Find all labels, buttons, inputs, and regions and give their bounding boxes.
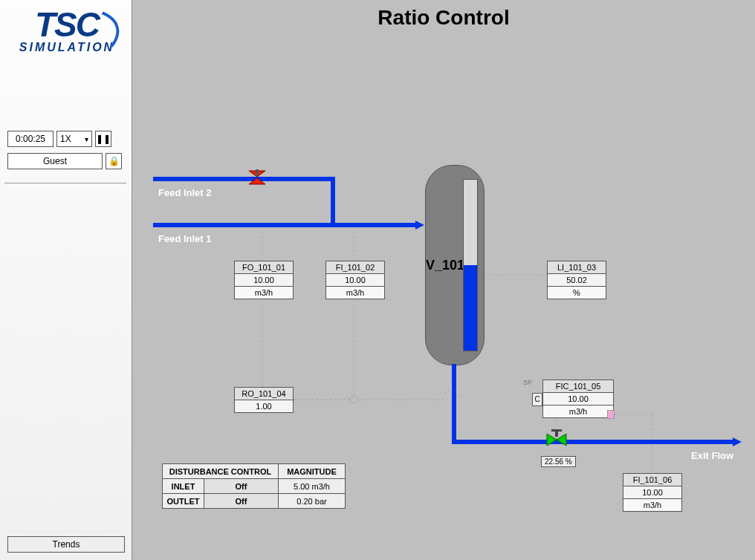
tag-fo-101-01[interactable]: FO_101_01 10.00 m3/h [234, 261, 294, 299]
tag-unit: m3/h [623, 498, 682, 512]
pipe-feed-inlet-2-h [153, 177, 335, 181]
tag-value: 10.00 [234, 273, 294, 287]
lock-button[interactable]: 🔒 [106, 153, 122, 169]
pipe-exit-h [452, 440, 734, 444]
controller-mode[interactable]: C [532, 393, 542, 406]
tag-fic-101-05[interactable]: C FIC_101_05 10.00 m3/h [542, 380, 614, 418]
tag-unit: m3/h [325, 286, 385, 299]
level-gauge-fill [464, 265, 477, 351]
valve-feed-inlet-2[interactable] [247, 168, 267, 186]
sim-time: 0:00:25 [7, 131, 54, 147]
disturbance-header-magnitude: MAGNITUDE [279, 464, 346, 479]
svg-rect-15 [256, 169, 259, 175]
chevron-down-icon: ▾ [85, 135, 88, 143]
pipe-feed-inlet-1 [153, 223, 417, 227]
svg-point-6 [350, 396, 357, 403]
logo: TSC SIMULATION [7, 7, 126, 53]
user-button[interactable]: Guest [7, 153, 103, 169]
pipe-exit-v [452, 364, 456, 444]
tag-li-101-03[interactable]: LI_101_03 50.02 % [547, 261, 606, 299]
tag-value: 10.00 [542, 392, 614, 406]
vessel-v101[interactable]: V_101 [425, 165, 485, 365]
vessel-label: V_101 [426, 258, 461, 273]
sp-label: SP [523, 379, 532, 386]
controller-output-indicator [607, 410, 615, 419]
disturbance-outlet-magnitude: 0.20 bar [279, 494, 346, 509]
arrow-into-vessel-icon [415, 221, 424, 229]
pause-button[interactable]: ❚❚ [95, 131, 111, 147]
valve-icon [545, 429, 568, 450]
disturbance-inlet-toggle[interactable]: Off [204, 479, 279, 494]
tag-ro-101-04[interactable]: RO_101_04 1.00 [234, 388, 294, 413]
valve-exit-position: 22.56 % [541, 456, 576, 467]
tag-unit: % [547, 286, 606, 299]
pause-icon: ❚❚ [96, 134, 111, 144]
disturbance-inlet-label: INLET [163, 479, 204, 494]
svg-rect-19 [551, 429, 562, 432]
tag-name: FI_101_02 [325, 261, 385, 274]
pipe-feed-inlet-2-v [331, 177, 335, 224]
disturbance-header-control: DISTURBANCE CONTROL [163, 464, 279, 479]
arrow-exit-icon [733, 437, 742, 446]
label-feed-inlet-1: Feed Inlet 1 [158, 233, 212, 244]
tag-name: FI_101_06 [623, 473, 682, 486]
label-feed-inlet-2: Feed Inlet 2 [158, 187, 212, 198]
sidebar: TSC SIMULATION 0:00:25 1X ▾ ❚❚ Guest 🔒 T… [0, 0, 132, 560]
tag-value: 10.00 [325, 273, 385, 287]
tag-fi-101-02[interactable]: FI_101_02 10.00 m3/h [325, 261, 385, 299]
level-gauge [463, 179, 478, 351]
lock-icon: 🔒 [108, 156, 120, 166]
disturbance-panel: DISTURBANCE CONTROL MAGNITUDE INLET Off … [162, 463, 346, 509]
disturbance-outlet-toggle[interactable]: Off [204, 494, 279, 509]
tag-name: FO_101_01 [234, 261, 294, 274]
tag-name: RO_101_04 [234, 387, 294, 400]
sim-speed-select[interactable]: 1X ▾ [56, 131, 92, 147]
trends-button[interactable]: Trends [7, 536, 125, 553]
tag-fi-101-06[interactable]: FI_101_06 10.00 m3/h [623, 474, 682, 512]
tag-unit: m3/h [234, 286, 294, 299]
tag-unit: m3/h [542, 405, 614, 418]
tag-name: FIC_101_05 [542, 380, 614, 393]
tag-value: 1.00 [234, 400, 294, 413]
process-diagram: Feed Inlet 2 Feed Inlet 1 V_101 Exit Flo… [132, 0, 755, 560]
tag-name: LI_101_03 [547, 261, 606, 274]
valve-exit[interactable] [545, 429, 568, 449]
disturbance-outlet-label: OUTLET [163, 494, 204, 509]
sim-speed-value: 1X [60, 134, 71, 144]
valve-icon [247, 168, 267, 186]
tag-value: 50.02 [547, 273, 606, 287]
svg-marker-13 [249, 178, 265, 184]
disturbance-inlet-magnitude: 5.00 m3/h [279, 479, 346, 494]
tag-value: 10.00 [623, 486, 682, 499]
label-exit-flow: Exit Flow [691, 450, 733, 461]
